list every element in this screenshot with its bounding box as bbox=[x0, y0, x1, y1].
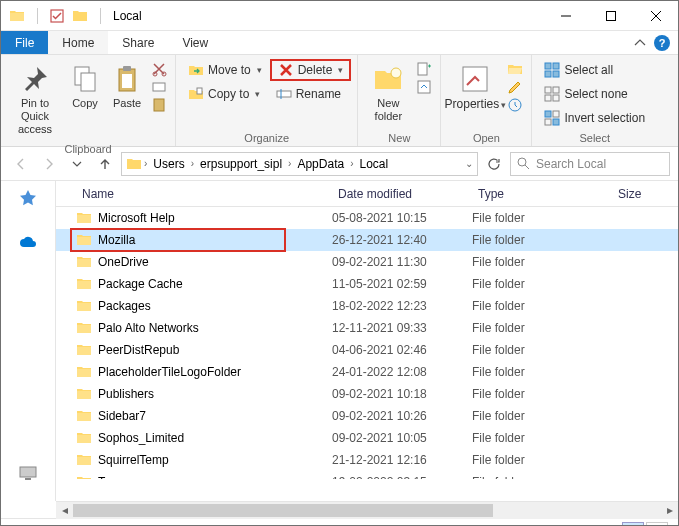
table-row[interactable]: PeerDistRepub04-06-2021 02:46File folder bbox=[56, 339, 678, 361]
breadcrumb-item[interactable]: AppData bbox=[293, 157, 348, 171]
paste-button[interactable]: Paste bbox=[107, 59, 147, 114]
move-to-button[interactable]: Move to▾ bbox=[182, 59, 268, 81]
file-name: Mozilla bbox=[98, 233, 332, 247]
table-row[interactable]: SquirrelTemp21-12-2021 12:16File folder bbox=[56, 449, 678, 471]
svg-rect-23 bbox=[553, 87, 559, 93]
file-type: File folder bbox=[472, 277, 612, 291]
svg-rect-15 bbox=[418, 81, 430, 93]
rename-icon bbox=[276, 86, 292, 102]
open-icon[interactable] bbox=[507, 61, 523, 77]
cut-icon[interactable] bbox=[151, 61, 167, 77]
svg-rect-11 bbox=[197, 88, 202, 94]
table-row[interactable]: Palo Alto Networks12-11-2021 09:33File f… bbox=[56, 317, 678, 339]
chevron-down-icon[interactable]: ⌄ bbox=[465, 158, 473, 169]
help-icon[interactable]: ? bbox=[654, 35, 670, 51]
table-row[interactable]: Temp19-02-2022 03:15File folder bbox=[56, 471, 678, 479]
this-pc-icon[interactable] bbox=[18, 463, 38, 483]
svg-rect-27 bbox=[553, 111, 559, 117]
properties-button[interactable]: Properties▾ bbox=[447, 59, 503, 115]
select-none-button[interactable]: Select none bbox=[538, 83, 651, 105]
history-icon[interactable] bbox=[507, 97, 523, 113]
table-row[interactable]: Sophos_Limited09-02-2021 10:05File folde… bbox=[56, 427, 678, 449]
breadcrumb-item[interactable]: Users bbox=[149, 157, 188, 171]
file-date: 09-02-2021 10:26 bbox=[332, 409, 472, 423]
table-row[interactable]: PlaceholderTileLogoFolder24-01-2022 12:0… bbox=[56, 361, 678, 383]
invert-selection-button[interactable]: Invert selection bbox=[538, 107, 651, 129]
onedrive-icon[interactable] bbox=[18, 233, 38, 253]
table-row[interactable]: Mozilla26-12-2021 12:40File folder bbox=[56, 229, 678, 251]
breadcrumb-item[interactable]: Local bbox=[355, 157, 392, 171]
menu-home[interactable]: Home bbox=[48, 31, 108, 54]
invert-icon bbox=[544, 110, 560, 126]
table-row[interactable]: OneDrive09-02-2021 11:30File folder bbox=[56, 251, 678, 273]
file-date: 09-02-2021 11:30 bbox=[332, 255, 472, 269]
file-name: Microsoft Help bbox=[98, 211, 332, 225]
file-type: File folder bbox=[472, 321, 612, 335]
new-folder-button[interactable]: New folder bbox=[364, 59, 412, 127]
maximize-button[interactable] bbox=[588, 1, 633, 31]
search-input[interactable]: Search Local bbox=[510, 152, 670, 176]
view-icons-button[interactable] bbox=[646, 522, 668, 527]
file-date: 04-06-2021 02:46 bbox=[332, 343, 472, 357]
horizontal-scrollbar[interactable]: ◂ ▸ bbox=[56, 501, 678, 518]
minimize-button[interactable] bbox=[543, 1, 588, 31]
refresh-button[interactable] bbox=[482, 152, 506, 176]
copy-path-icon[interactable] bbox=[151, 79, 167, 95]
scroll-right-button[interactable]: ▸ bbox=[661, 502, 678, 519]
breadcrumb[interactable]: › Users› erpsupport_sipl› AppData› Local… bbox=[121, 152, 478, 176]
col-name[interactable]: Name bbox=[76, 187, 332, 201]
file-name: Palo Alto Networks bbox=[98, 321, 332, 335]
col-date[interactable]: Date modified bbox=[332, 187, 472, 201]
col-type[interactable]: Type bbox=[472, 187, 612, 201]
pin-quick-access-button[interactable]: Pin to Quick access bbox=[7, 59, 63, 141]
nav-up-button[interactable] bbox=[93, 152, 117, 176]
folder-icon bbox=[76, 452, 92, 468]
sidebar bbox=[1, 181, 56, 501]
folder-icon bbox=[76, 386, 92, 402]
table-row[interactable]: Publishers09-02-2021 10:18File folder bbox=[56, 383, 678, 405]
delete-icon bbox=[278, 62, 294, 78]
breadcrumb-item[interactable]: erpsupport_sipl bbox=[196, 157, 286, 171]
search-icon bbox=[517, 157, 530, 170]
file-date: 12-11-2021 09:33 bbox=[332, 321, 472, 335]
nav-recent-button[interactable] bbox=[65, 152, 89, 176]
select-all-icon bbox=[544, 62, 560, 78]
ribbon-group-clipboard: Pin to Quick access Copy Paste Clipboard bbox=[1, 55, 176, 146]
delete-button[interactable]: Delete▾ bbox=[270, 59, 352, 81]
svg-rect-9 bbox=[153, 83, 165, 91]
folder-icon bbox=[76, 408, 92, 424]
close-button[interactable] bbox=[633, 1, 678, 31]
address-bar: › Users› erpsupport_sipl› AppData› Local… bbox=[1, 147, 678, 181]
col-size[interactable]: Size bbox=[612, 187, 672, 201]
nav-back-button[interactable] bbox=[9, 152, 33, 176]
folder-icon bbox=[126, 156, 142, 172]
view-details-button[interactable] bbox=[622, 522, 644, 527]
table-row[interactable]: Package Cache11-05-2021 02:59File folder bbox=[56, 273, 678, 295]
ribbon-group-select: Select all Select none Invert selection … bbox=[532, 55, 657, 146]
file-date: 09-02-2021 10:18 bbox=[332, 387, 472, 401]
menu-view[interactable]: View bbox=[168, 31, 222, 54]
paste-icon bbox=[111, 63, 143, 95]
copy-to-button[interactable]: Copy to▾ bbox=[182, 83, 268, 105]
qat-folder-icon[interactable] bbox=[72, 8, 88, 24]
folder-icon bbox=[76, 474, 92, 479]
rename-button[interactable]: Rename bbox=[270, 83, 352, 105]
easy-access-icon[interactable] bbox=[416, 79, 432, 95]
table-row[interactable]: Packages18-02-2022 12:23File folder bbox=[56, 295, 678, 317]
qat-properties-icon[interactable] bbox=[50, 9, 64, 23]
copy-button[interactable]: Copy bbox=[65, 59, 105, 114]
table-row[interactable]: Sidebar709-02-2021 10:26File folder bbox=[56, 405, 678, 427]
scroll-left-button[interactable]: ◂ bbox=[56, 502, 73, 519]
new-item-icon[interactable] bbox=[416, 61, 432, 77]
collapse-ribbon-icon[interactable] bbox=[634, 37, 646, 49]
table-row[interactable]: Microsoft Help05-08-2021 10:15File folde… bbox=[56, 207, 678, 229]
menu-file[interactable]: File bbox=[1, 31, 48, 54]
file-date: 19-02-2022 03:15 bbox=[332, 475, 472, 479]
select-all-button[interactable]: Select all bbox=[538, 59, 651, 81]
menu-share[interactable]: Share bbox=[108, 31, 168, 54]
quick-access-icon[interactable] bbox=[18, 189, 38, 209]
nav-forward-button[interactable] bbox=[37, 152, 61, 176]
scroll-thumb[interactable] bbox=[73, 504, 493, 517]
edit-icon[interactable] bbox=[507, 79, 523, 95]
paste-shortcut-icon[interactable] bbox=[151, 97, 167, 113]
